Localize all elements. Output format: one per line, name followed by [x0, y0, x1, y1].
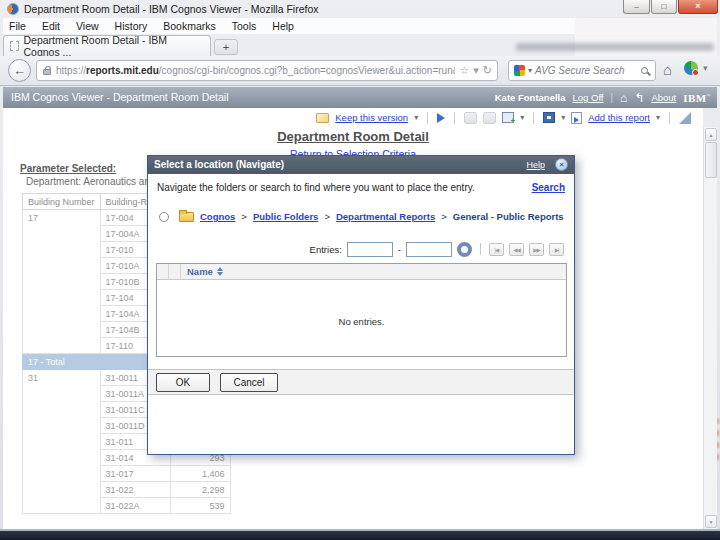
separator	[454, 112, 455, 124]
building-room-cell: 31-022A	[100, 498, 170, 514]
keep-version-dropdown-icon[interactable]: ▾	[414, 113, 418, 122]
location-radio[interactable]	[159, 212, 169, 222]
return-icon[interactable]: ↰	[634, 91, 644, 105]
building-room-cell: 31-017	[100, 466, 170, 482]
breadcrumb-separator: >	[241, 211, 247, 222]
menu-help[interactable]: Help	[272, 20, 294, 32]
addon-dropdown-icon[interactable]: ▾	[703, 63, 708, 73]
drill-dropdown-icon[interactable]: ▾	[520, 113, 524, 122]
add-report-icon	[571, 112, 582, 124]
value-cell: 2,298	[170, 482, 230, 498]
menu-view[interactable]: View	[76, 20, 99, 32]
breadcrumb-public-folders[interactable]: Public Folders	[253, 211, 318, 222]
dialog-close-icon[interactable]: ×	[555, 158, 568, 171]
breadcrumb-cognos[interactable]: Cognos	[200, 211, 235, 222]
maximize-button[interactable]: □	[651, 0, 677, 14]
breadcrumb-separator: >	[324, 211, 330, 222]
blurred-background-text	[516, 43, 714, 51]
search-link[interactable]: Search	[532, 182, 565, 193]
add-report-dropdown-icon[interactable]: ▾	[656, 113, 660, 122]
entries-pager: Entries: - |◀ ◀◀ ▶▶ ▶|	[310, 240, 564, 258]
location-breadcrumb: Cognos > Public Folders > Departmental R…	[159, 209, 566, 224]
cognos-header: IBM Cognos Viewer - Department Room Deta…	[3, 87, 717, 108]
separator	[427, 112, 428, 124]
breadcrumb-separator: >	[441, 211, 447, 222]
menu-edit[interactable]: Edit	[42, 20, 60, 32]
window-controls: – □ ×	[622, 0, 718, 14]
close-button[interactable]: ×	[678, 0, 718, 14]
entries-label: Entries:	[310, 244, 342, 255]
home-icon[interactable]: ⌂	[620, 91, 627, 105]
bookmark-star-icon[interactable]: ☆	[459, 64, 469, 77]
building-number-cell: 31	[23, 370, 101, 514]
view-format-dropdown-icon[interactable]: ▾	[561, 113, 565, 122]
icon-column	[169, 264, 181, 279]
ok-button[interactable]: OK	[156, 373, 210, 392]
drill-icon[interactable]	[502, 112, 514, 123]
range-dash: -	[398, 244, 401, 255]
help-link[interactable]: Help	[526, 160, 545, 170]
tab-title: Department Room Detail - IBM Cognos ...	[24, 34, 205, 58]
scroll-down-icon[interactable]: ▼	[705, 515, 717, 528]
log-off-link[interactable]: Log Off	[573, 92, 604, 103]
dialog-titlebar: Select a location (Navigate) Help ×	[148, 156, 574, 174]
scroll-up-icon[interactable]: ▲	[705, 128, 717, 141]
scrollbar-thumb[interactable]	[705, 142, 717, 178]
menu-file[interactable]: File	[9, 20, 26, 32]
value-cell: 1,406	[170, 466, 230, 482]
name-column-header[interactable]: Name	[181, 266, 223, 277]
sort-icon[interactable]	[217, 267, 223, 276]
building-room-cell: 31-022	[100, 482, 170, 498]
minimize-button[interactable]: –	[623, 0, 650, 14]
separator	[669, 112, 670, 124]
reload-icon[interactable]: ↻	[483, 64, 492, 77]
first-page-icon[interactable]: |◀	[489, 243, 504, 256]
entries-table-header: Name	[157, 264, 566, 280]
window-titlebar: Department Room Detail - IBM Cognos View…	[0, 0, 720, 17]
disabled-tool-icon	[483, 112, 496, 124]
search-placeholder: AVG Secure Search	[535, 65, 638, 76]
page-icon	[10, 41, 19, 51]
parameter-label: Parameter Selected:	[20, 163, 116, 174]
last-page-icon[interactable]: ▶|	[549, 243, 564, 256]
back-button[interactable]: ←	[8, 59, 31, 82]
previous-page-icon[interactable]: ◀◀	[509, 243, 524, 256]
run-report-icon[interactable]	[437, 113, 445, 123]
view-format-icon[interactable]	[543, 112, 555, 123]
checkbox-column	[157, 264, 169, 279]
go-icon[interactable]	[457, 242, 472, 257]
entries-from-input[interactable]	[347, 242, 393, 257]
addon-icon[interactable]	[684, 61, 698, 75]
menu-tools[interactable]: Tools	[232, 20, 257, 32]
search-engine-dropdown-icon[interactable]: ▾	[528, 66, 532, 75]
dialog-footer: OK Cancel	[148, 369, 574, 395]
dialog-description: Navigate the folders or search to find w…	[157, 182, 532, 193]
url-field[interactable]: https://reports.mit.edu/cognos/cgi-bin/c…	[36, 60, 498, 81]
breadcrumb-departmental-reports[interactable]: Departmental Reports	[336, 211, 435, 222]
search-icon[interactable]	[641, 67, 648, 74]
about-link[interactable]: About	[651, 92, 676, 103]
menu-bar: File Edit View History Bookmarks Tools H…	[3, 18, 575, 34]
browser-tab[interactable]: Department Room Detail - IBM Cognos ...	[3, 35, 211, 56]
select-location-dialog: Select a location (Navigate) Help × Navi…	[147, 155, 575, 455]
keep-version-link[interactable]: Keep this version	[335, 112, 408, 123]
add-report-link[interactable]: Add this report	[588, 112, 650, 123]
building-number-cell: 17	[23, 210, 101, 354]
value-cell: 539	[170, 498, 230, 514]
window-title: Department Room Detail - IBM Cognos View…	[24, 3, 319, 15]
column-building-number: Building Number	[23, 194, 101, 210]
entries-to-input[interactable]	[406, 242, 452, 257]
launch-icon[interactable]	[679, 112, 691, 124]
home-icon[interactable]: ⌂	[663, 61, 672, 78]
vertical-scrollbar[interactable]: ▲ ▼	[703, 127, 717, 529]
next-page-icon[interactable]: ▶▶	[529, 243, 544, 256]
cancel-button[interactable]: Cancel	[220, 373, 278, 392]
url-dropdown-icon[interactable]: ▾	[473, 64, 479, 77]
cognos-header-title: IBM Cognos Viewer - Department Room Deta…	[11, 91, 228, 103]
search-box[interactable]: ▾ AVG Secure Search	[508, 60, 656, 81]
page-title: Department Room Detail	[3, 129, 703, 144]
menu-history[interactable]: History	[115, 20, 148, 32]
new-tab-button[interactable]: +	[214, 39, 238, 55]
menu-bookmarks[interactable]: Bookmarks	[163, 20, 216, 32]
url-text: https://reports.mit.edu/cognos/cgi-bin/c…	[56, 65, 455, 76]
